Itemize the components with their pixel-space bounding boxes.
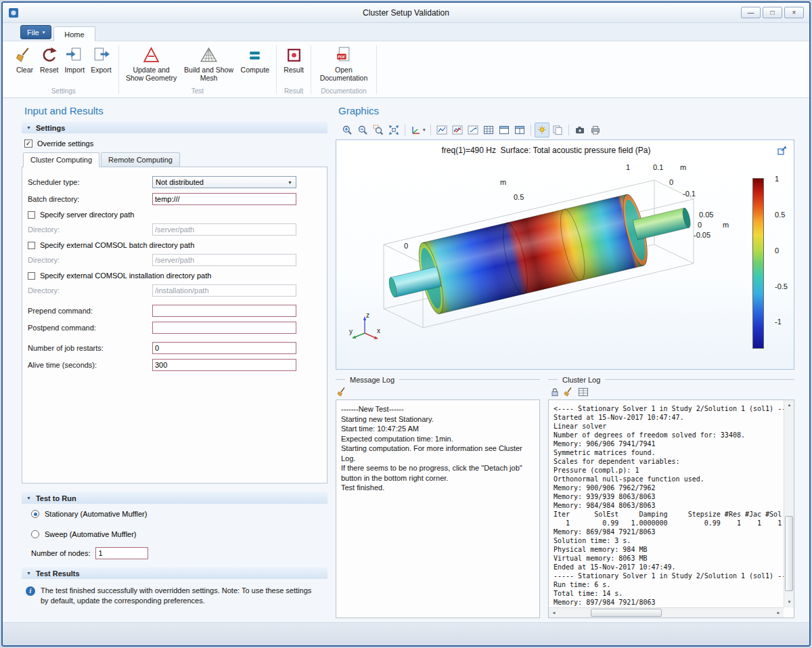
- scroll-up-arrow[interactable]: ▲: [784, 400, 794, 410]
- override-settings-checkbox[interactable]: ✓: [24, 139, 32, 148]
- scene-light-icon[interactable]: [535, 123, 549, 137]
- specify-installation-checkbox[interactable]: [28, 272, 35, 280]
- pop-out-icon[interactable]: [777, 145, 788, 156]
- alive-time-row: Alive time (seconds):: [28, 359, 320, 371]
- job-restarts-input[interactable]: [152, 342, 296, 354]
- clear-log-icon[interactable]: [337, 387, 348, 397]
- test-to-run-section-header[interactable]: ▼ Test to Run: [22, 492, 328, 504]
- collapse-triangle-icon: ▼: [26, 496, 31, 500]
- test-results-message: The test finished successfully with over…: [41, 586, 321, 607]
- toolbar-separator: [430, 125, 431, 135]
- graphics-toolbar: ▾: [340, 122, 794, 138]
- radio-stationary-row: Stationary (Automative Muffler): [31, 510, 328, 518]
- close-button[interactable]: ×: [784, 7, 804, 18]
- zoom-out-icon[interactable]: [355, 123, 370, 137]
- postpend-command-label: Postpend command:: [28, 324, 152, 332]
- copy-image-icon[interactable]: [550, 123, 565, 137]
- installation-directory-input[interactable]: [152, 284, 296, 297]
- scroll-left-arrow[interactable]: ◄: [549, 608, 559, 618]
- specify-external-batch-checkbox[interactable]: [28, 242, 35, 249]
- test-results-section-header[interactable]: ▼ Test Results: [22, 567, 328, 579]
- plot-area[interactable]: freq(1)=490 Hz Surface: Total acoustic p…: [336, 139, 794, 370]
- show-grid-icon[interactable]: [481, 123, 496, 137]
- zoom-extents-1d-icon[interactable]: [466, 123, 480, 137]
- zoom-extents-icon[interactable]: [386, 123, 401, 137]
- tab-home[interactable]: Home: [53, 26, 95, 41]
- result-button[interactable]: Result: [282, 45, 305, 74]
- import-button[interactable]: Import: [63, 45, 86, 74]
- prepend-command-input[interactable]: [152, 305, 296, 317]
- titlebar[interactable]: Cluster Setup Validation — □ ×: [3, 3, 809, 23]
- camera-icon[interactable]: [572, 123, 587, 137]
- tab-cluster-computing[interactable]: Cluster Computing: [23, 152, 99, 167]
- prepend-command-label: Prepend command:: [28, 307, 152, 315]
- log-table-icon[interactable]: [578, 387, 589, 397]
- radio-sweep[interactable]: [31, 530, 39, 538]
- graphics-panel: Graphics ▾: [336, 100, 794, 622]
- ribbon: File ▾ Home Clear: [3, 23, 809, 98]
- update-show-geometry-button[interactable]: Update and Show Geometry: [125, 45, 179, 82]
- scheduler-type-value: Not distributed: [156, 178, 204, 186]
- zoom-box-icon[interactable]: [371, 123, 386, 137]
- graphics-title: Graphics: [338, 105, 794, 116]
- postpend-command-input[interactable]: [152, 322, 296, 334]
- triad-x-label: x: [377, 327, 380, 334]
- radio-stationary[interactable]: [31, 510, 39, 518]
- clear-log-icon[interactable]: [564, 387, 574, 397]
- vertical-scrollbar[interactable]: ▲ ▼: [784, 400, 794, 607]
- y-axis-tick: 0: [669, 178, 673, 186]
- radio-sweep-label: Sweep (Automative Muffler): [45, 530, 137, 538]
- minimize-button[interactable]: —: [741, 7, 761, 18]
- ribbon-group-label-result: Result: [277, 87, 310, 98]
- print-icon[interactable]: [588, 123, 603, 137]
- radio-stationary-label: Stationary (Automative Muffler): [45, 510, 147, 518]
- message-log-content[interactable]: -------New Test------Starting new test S…: [336, 399, 540, 618]
- chevron-down-icon[interactable]: ▾: [423, 127, 426, 133]
- specify-server-directory-checkbox[interactable]: [28, 211, 35, 219]
- go-to-default-view-icon[interactable]: [409, 123, 424, 137]
- plot-title: freq(1)=490 Hz Surface: Total acoustic p…: [336, 146, 756, 155]
- server-directory-input[interactable]: [152, 223, 296, 236]
- tab-remote-computing[interactable]: Remote Computing: [101, 152, 180, 167]
- broom-icon: [16, 46, 34, 64]
- server-directory-row: Directory:: [28, 223, 320, 236]
- external-batch-directory-input[interactable]: [152, 254, 296, 266]
- export-icon: [92, 46, 110, 64]
- y-axis-tick: 0.1: [653, 163, 663, 171]
- open-documentation-button[interactable]: PDF Open Documentation: [317, 45, 371, 82]
- specify-server-directory-label: Specify server directory path: [40, 211, 134, 219]
- scheduler-type-select[interactable]: Not distributed ▼: [152, 176, 296, 188]
- batch-directory-label: Batch directory:: [28, 195, 152, 203]
- horizontal-scroll-thumb[interactable]: [591, 609, 661, 617]
- specify-installation-row: Specify external COMSOL installation dir…: [28, 272, 320, 280]
- postpend-command-row: Postpend command:: [28, 322, 320, 334]
- input-and-results-title: Input and Results: [24, 105, 328, 116]
- reset-button[interactable]: Reset: [39, 45, 60, 74]
- zoom-in-icon[interactable]: [340, 123, 355, 137]
- scroll-lock-icon[interactable]: [549, 387, 560, 397]
- scroll-down-arrow[interactable]: ▼: [784, 597, 794, 607]
- clear-button[interactable]: Clear: [14, 45, 35, 74]
- number-of-nodes-input[interactable]: [95, 547, 148, 559]
- export-button[interactable]: Export: [89, 45, 112, 74]
- add-window-icon[interactable]: [497, 123, 512, 137]
- build-show-mesh-button[interactable]: Build and Show Mesh: [182, 45, 236, 82]
- horizontal-scrollbar[interactable]: ◄ ►: [549, 607, 784, 618]
- radio-sweep-row: Sweep (Automative Muffler): [31, 530, 328, 538]
- line-plot-group-icon[interactable]: [450, 123, 465, 137]
- scroll-right-arrow[interactable]: ►: [773, 608, 784, 618]
- compute-button[interactable]: Compute: [240, 45, 271, 74]
- settings-section-header[interactable]: ▼ Settings: [22, 122, 328, 133]
- file-menu-button[interactable]: File ▾: [20, 25, 51, 39]
- job-restarts-row: Number of job restarts:: [28, 342, 320, 354]
- batch-directory-input[interactable]: [152, 193, 296, 205]
- cluster-computing-panel: Scheduler type: Not distributed ▼ Batch …: [22, 167, 328, 483]
- line-plot-icon[interactable]: [434, 123, 449, 137]
- specify-server-directory-row: Specify server directory path: [28, 211, 320, 219]
- vertical-scroll-thumb[interactable]: [785, 516, 793, 590]
- maximize-button[interactable]: □: [763, 7, 782, 18]
- alive-time-input[interactable]: [152, 359, 296, 371]
- tile-windows-icon[interactable]: [512, 123, 527, 137]
- app-window: Cluster Setup Validation — □ × File ▾ Ho…: [1, 1, 811, 647]
- cluster-log-content[interactable]: <---- Stationary Solver 1 in Study 2/Sol…: [548, 399, 794, 618]
